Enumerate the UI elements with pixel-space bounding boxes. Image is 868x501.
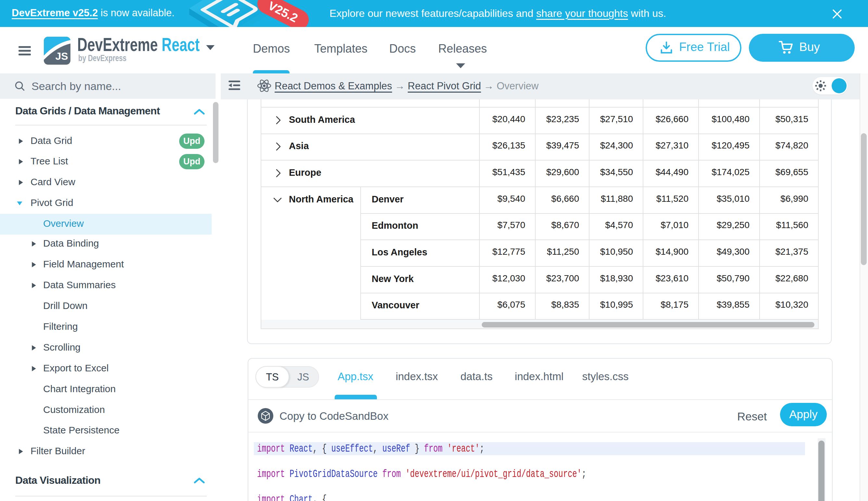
svg-text:JS: JS	[55, 50, 68, 62]
